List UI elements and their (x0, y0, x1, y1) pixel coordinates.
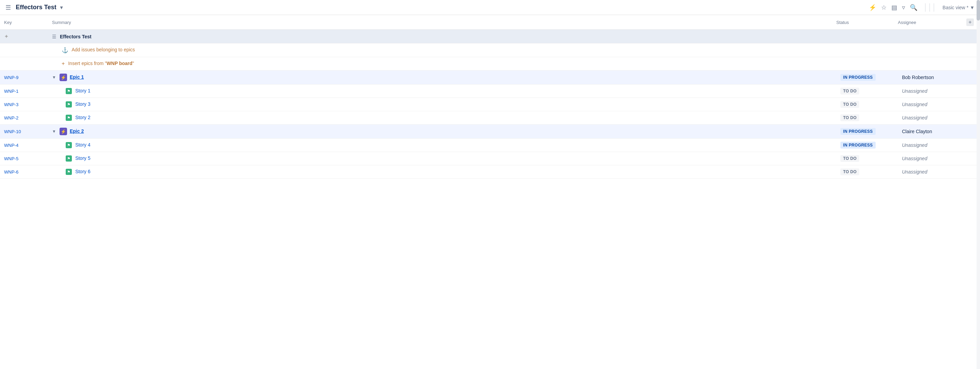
story-summary-cell: ⚑ Story 6 (48, 165, 836, 179)
search-icon[interactable]: 🔍 (910, 4, 917, 11)
story-status-badge: TO DO (840, 101, 859, 108)
insert-epics-text-before: Insert epics from " (68, 60, 107, 66)
dynamic-rows: WNP-9 ▼ ⚡ Epic 1 IN PROGRESS Bob Roberts… (0, 70, 980, 179)
story-status-cell: TO DO (836, 98, 898, 111)
epic-assignee-cell: Bob Robertson (898, 70, 966, 84)
story-label-link[interactable]: Story 3 (75, 101, 90, 107)
project-header-row: ✦ ☰ Effectors Test (0, 30, 980, 43)
link-icon: ⚓ (62, 47, 68, 53)
story-label-link[interactable]: Story 2 (75, 115, 90, 120)
story-assignee: Unassigned (902, 102, 927, 107)
story-label-link[interactable]: Story 4 (75, 142, 90, 148)
epic-key-link[interactable]: WNP-10 (4, 129, 21, 134)
story-summary-cell: ⚑ Story 5 (48, 152, 836, 165)
story-key-cell: WNP-3 (0, 98, 48, 111)
story-assignee: Unassigned (902, 156, 927, 161)
table-body: ✦ ☰ Effectors Test ⚓ Add issues belongin… (0, 30, 980, 70)
story-assignee-cell: Unassigned (898, 165, 966, 179)
story-label-link[interactable]: Story 1 (75, 88, 90, 94)
story-row: WNP-6 ⚑ Story 6 TO DO Unassigned (0, 165, 980, 179)
story-row: WNP-4 ⚑ Story 4 IN PROGRESS Unassigned (0, 138, 980, 152)
story-status-cell: IN PROGRESS (836, 138, 898, 152)
basic-view-dropdown-icon: ▼ (970, 5, 975, 10)
layers-icon[interactable]: ▤ (891, 4, 897, 11)
epic-key-cell: WNP-9 (0, 70, 48, 84)
insert-epics-text-after: " (132, 60, 134, 66)
insert-epics-board-link[interactable]: WNP board (107, 60, 132, 66)
epic-status-badge: IN PROGRESS (840, 128, 876, 135)
story-label-link[interactable]: Story 5 (75, 156, 90, 161)
scrollbar-track[interactable] (977, 0, 980, 179)
title-dropdown-icon[interactable]: ▼ (59, 5, 64, 10)
menu-icon: ☰ (5, 4, 11, 11)
story-key-link[interactable]: WNP-3 (4, 102, 19, 107)
table-header: Key Summary Status Assignee + (0, 15, 980, 30)
col-header-assignee: Assignee (894, 15, 962, 30)
epic-bolt-icon: ⚡ (60, 128, 67, 135)
story-key-link[interactable]: WNP-1 (4, 89, 19, 94)
story-key-cell: WNP-4 (0, 138, 48, 152)
basic-view-label: Basic view (943, 5, 965, 10)
story-status-cell: TO DO (836, 84, 898, 98)
project-label: Effectors Test (60, 34, 91, 39)
story-key-cell: WNP-1 (0, 84, 48, 98)
star-icon[interactable]: ☆ (881, 4, 886, 11)
epic-status-cell: IN PROGRESS (836, 70, 898, 84)
story-key-link[interactable]: WNP-4 (4, 143, 19, 148)
backlog-table: Key Summary Status Assignee + ✦ ☰ Effect… (0, 15, 980, 70)
story-key-cell: WNP-5 (0, 152, 48, 165)
story-row: WNP-5 ⚑ Story 5 TO DO Unassigned (0, 152, 980, 165)
toolbar-separator: │││ (924, 3, 937, 11)
story-status-badge: TO DO (840, 169, 859, 175)
story-summary-cell: ⚑ Story 2 (48, 111, 836, 125)
epic-assignee: Bob Robertson (902, 75, 934, 80)
story-label-link[interactable]: Story 6 (75, 169, 90, 174)
story-status-badge: IN PROGRESS (840, 142, 876, 149)
toolbar: ☰ Effectors Test ▼ ⚡ ☆ ▤ ▿ 🔍 │││ Basic v… (0, 0, 980, 15)
scrollbar-thumb[interactable] (977, 0, 980, 21)
story-row: WNP-2 ⚑ Story 2 TO DO Unassigned (0, 111, 980, 125)
project-icon: ☰ (52, 34, 56, 39)
epic-row: WNP-10 ▼ ⚡ Epic 2 IN PROGRESS Claire Cla… (0, 125, 980, 138)
bolt-icon[interactable]: ⚡ (869, 4, 876, 11)
project-header-key-cell: ✦ (0, 30, 48, 43)
story-assignee-cell: Unassigned (898, 84, 966, 98)
wand-icon: ✦ (4, 33, 8, 39)
story-key-link[interactable]: WNP-5 (4, 156, 19, 161)
story-assignee: Unassigned (902, 169, 927, 175)
add-epics-row: ⚓ Add issues belonging to epics (0, 43, 980, 57)
epic-table-1: WNP-10 ▼ ⚡ Epic 2 IN PROGRESS Claire Cla… (0, 125, 980, 179)
story-key-cell: WNP-6 (0, 165, 48, 179)
epic-chevron[interactable]: ▼ (52, 129, 56, 134)
plus-icon: + (62, 60, 65, 67)
epic-table-0: WNP-9 ▼ ⚡ Epic 1 IN PROGRESS Bob Roberts… (0, 70, 980, 125)
epic-summary-cell: ▼ ⚡ Epic 1 (48, 70, 836, 84)
insert-epics-summary-cell: + Insert epics from "WNP board" (48, 57, 962, 70)
story-icon: ⚑ (66, 115, 72, 121)
board-name: WNP board (107, 60, 132, 66)
epic-label-link[interactable]: Epic 2 (70, 128, 84, 134)
story-summary-cell: ⚑ Story 3 (48, 98, 836, 111)
add-epics-link[interactable]: Add issues belonging to epics (72, 47, 135, 52)
epic-assignee: Claire Clayton (902, 129, 932, 134)
epic-key-link[interactable]: WNP-9 (4, 75, 19, 80)
epic-chevron[interactable]: ▼ (52, 75, 56, 80)
story-status-cell: TO DO (836, 152, 898, 165)
basic-view-button[interactable]: Basic view* ▼ (943, 5, 975, 10)
story-icon: ⚑ (66, 101, 72, 108)
add-column-button[interactable]: + (966, 19, 974, 26)
epic-summary-cell: ▼ ⚡ Epic 2 (48, 125, 836, 138)
epic-status-cell: IN PROGRESS (836, 125, 898, 138)
add-epics-key-cell (0, 43, 48, 57)
col-header-status: Status (832, 15, 894, 30)
add-epics-summary-cell: ⚓ Add issues belonging to epics (48, 43, 962, 57)
filter-icon[interactable]: ▿ (902, 4, 905, 11)
toolbar-right: ⚡ ☆ ▤ ▿ 🔍 │││ Basic view* ▼ (869, 3, 975, 11)
epic-assignee-cell: Claire Clayton (898, 125, 966, 138)
story-icon: ⚑ (66, 142, 72, 148)
story-key-link[interactable]: WNP-2 (4, 115, 19, 121)
insert-epics-row: + Insert epics from "WNP board" (0, 57, 980, 70)
story-icon: ⚑ (66, 88, 72, 94)
epic-label-link[interactable]: Epic 1 (70, 74, 84, 80)
story-key-link[interactable]: WNP-6 (4, 169, 19, 175)
